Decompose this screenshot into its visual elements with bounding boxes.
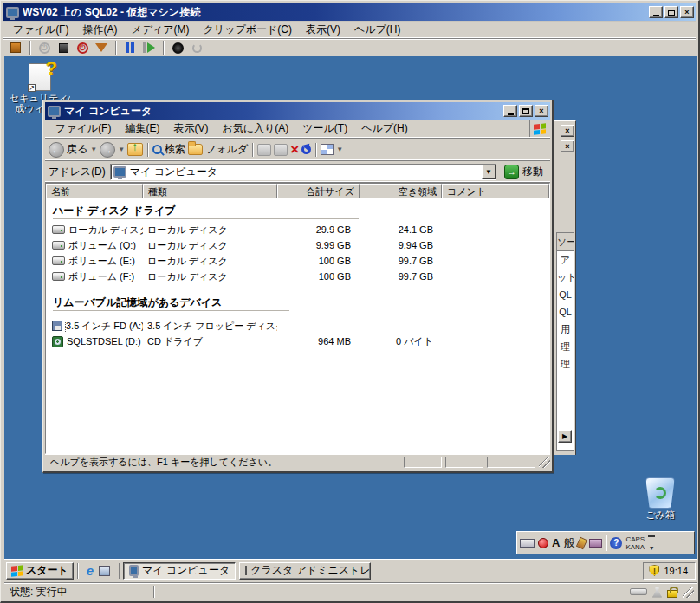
vm-menu-clipboard[interactable]: クリップボード(C) — [198, 21, 298, 39]
copy-to-icon[interactable] — [274, 144, 288, 156]
drive-type: CD ドライブ — [143, 335, 277, 348]
ime-tools-icon[interactable] — [589, 539, 602, 548]
search-icon[interactable] — [152, 145, 162, 154]
save-state-button[interactable] — [94, 41, 108, 55]
drive-name[interactable]: ボリューム (Q:) — [68, 239, 136, 252]
task-button-my-computer[interactable]: マイ コンピュータ — [123, 562, 236, 580]
reset-icon — [143, 42, 155, 53]
langbar-minimize-icon[interactable] — [648, 535, 655, 537]
kana-label[interactable]: KANA — [625, 543, 645, 551]
vm-maximize-button[interactable] — [664, 6, 678, 18]
undo-icon[interactable] — [301, 145, 311, 154]
turn-off-button[interactable] — [56, 41, 70, 55]
back-icon[interactable]: ← — [49, 142, 64, 158]
scroll-right-icon: ▶ — [562, 433, 567, 440]
drive-row-c[interactable]: ローカル ディスク (.. ローカル ディスク 29.9 GB 24.1 GB — [46, 222, 549, 237]
go-button[interactable]: → 移動 — [501, 164, 547, 180]
langbar-options-icon[interactable]: ▼ — [649, 545, 655, 551]
explorer-menu-view[interactable]: 表示(V) — [166, 119, 215, 139]
internet-explorer-icon[interactable]: e — [87, 563, 94, 578]
forward-icon[interactable]: → — [100, 142, 115, 158]
show-desktop-icon[interactable] — [99, 566, 110, 576]
vm-menu-view[interactable]: 表示(V) — [300, 21, 347, 39]
drive-free-space: 0 バイト — [360, 335, 442, 348]
vm-close-button[interactable]: × — [680, 6, 694, 18]
address-input[interactable]: マイ コンピュータ ▼ — [110, 164, 496, 180]
column-header-type[interactable]: 種類 — [143, 184, 277, 198]
tray-clock[interactable]: 19:14 — [664, 566, 688, 576]
drive-name[interactable]: 3.5 インチ FD (A:) — [66, 320, 143, 333]
vm-titlebar[interactable]: WSV02 上の SQL02 - 仮想マシン接続 × — [3, 3, 696, 21]
vm-menu-action[interactable]: 操作(A) — [76, 21, 123, 39]
address-dropdown-button[interactable]: ▼ — [482, 165, 496, 179]
explorer-menu-favorites[interactable]: お気に入り(A) — [215, 119, 295, 139]
explorer-close-button[interactable]: × — [535, 105, 548, 117]
reset-button[interactable] — [142, 41, 156, 55]
keyboard-icon[interactable] — [520, 539, 535, 548]
drive-row-f[interactable]: ボリューム (F:) ローカル ディスク 100 GB 99.7 GB — [46, 269, 549, 284]
drive-row-d[interactable]: SQLSTDSEL (D:) CD ドライブ 964 MB 0 バイト — [46, 334, 549, 349]
drive-name[interactable]: ボリューム (E:) — [68, 255, 135, 268]
folders-button-label[interactable]: フォルダ — [205, 142, 248, 157]
ime-status-icon[interactable] — [538, 538, 548, 548]
vm-minimize-button[interactable] — [649, 6, 663, 18]
security-alert-icon[interactable]: ! — [649, 565, 659, 576]
ctrl-alt-del-button[interactable] — [9, 41, 23, 55]
start-button[interactable]: スタート — [6, 562, 74, 580]
snapshot-icon — [172, 42, 184, 54]
drive-row-a[interactable]: 3.5 インチ FD (A:) 3.5 インチ フロッピー ディスク — [46, 318, 549, 334]
bg-window-close-button[interactable]: × — [561, 125, 574, 137]
vm-menu-file[interactable]: ファイル(F) — [7, 21, 75, 39]
explorer-menu-tools[interactable]: ツール(T) — [295, 119, 354, 139]
vm-menu-media[interactable]: メディア(M) — [125, 21, 195, 39]
delete-icon[interactable]: × — [290, 144, 299, 156]
bg-child-close-button[interactable]: × — [561, 140, 574, 152]
drive-name[interactable]: SQLSTDSEL (D:) — [67, 336, 141, 347]
views-dropdown-icon[interactable]: ▼ — [336, 146, 343, 153]
bg-scroll-right-button[interactable]: ▶ — [558, 430, 572, 443]
column-header-name[interactable]: 名前 — [46, 184, 143, 198]
resize-grip[interactable] — [683, 587, 694, 598]
snapshot-button[interactable] — [171, 41, 185, 55]
column-header-total-size[interactable]: 合計サイズ — [277, 184, 360, 198]
explorer-menu-file[interactable]: ファイル(F) — [49, 119, 118, 139]
vm-menu-help[interactable]: ヘルプ(H) — [348, 21, 407, 39]
task-button-cluster-administrator[interactable]: クラスタ アドミニストレータ -.. — [239, 562, 371, 580]
group-divider — [53, 310, 289, 311]
up-icon[interactable]: ↑ — [127, 143, 143, 156]
drive-row-q[interactable]: ボリューム (Q:) ローカル ディスク 9.99 GB 9.94 GB — [46, 237, 549, 253]
explorer-maximize-button[interactable] — [519, 105, 533, 117]
resize-grip[interactable] — [539, 457, 550, 468]
start-vm-button[interactable]: ⏻ — [37, 41, 51, 55]
column-header-free-space[interactable]: 空き領域 — [360, 184, 442, 198]
guest-desktop[interactable]: ?↗ セキュリティの構 成ウィザ ごみ箱 × × ソー ア ット QL QL 用… — [4, 56, 697, 581]
drive-row-e[interactable]: ボリューム (E:) ローカル ディスク 100 GB 99.7 GB — [46, 253, 549, 269]
drive-name[interactable]: ローカル ディスク (.. — [68, 224, 143, 237]
address-value: マイ コンピュータ — [130, 165, 217, 179]
revert-button[interactable] — [190, 41, 204, 55]
occluded-background-window[interactable]: × × ソー ア ット QL QL 用 理 理 ▶ — [553, 120, 576, 455]
back-dropdown-icon[interactable]: ▼ — [90, 146, 97, 153]
column-header-comments[interactable]: コメント — [442, 184, 549, 198]
caps-label[interactable]: CAPS — [625, 535, 645, 543]
input-mode-alpha[interactable]: A — [552, 536, 560, 549]
explorer-titlebar[interactable]: マイ コンピュータ × — [45, 102, 550, 120]
drive-name[interactable]: ボリューム (F:) — [68, 270, 134, 283]
ime-pad-icon[interactable] — [576, 536, 587, 549]
explorer-menu-edit[interactable]: 編集(E) — [118, 119, 166, 139]
caps-kana-indicator[interactable]: CAPS KANA — [625, 535, 645, 551]
ime-help-icon[interactable]: ? — [610, 537, 622, 549]
shutdown-button[interactable]: ⏻ — [75, 41, 89, 55]
explorer-menu-help[interactable]: ヘルプ(H) — [354, 119, 415, 139]
revert-icon — [192, 43, 202, 53]
desktop-icon-recycle-bin[interactable]: ごみ箱 — [630, 477, 690, 520]
search-button-label[interactable]: 検索 — [165, 142, 185, 157]
conversion-mode-general[interactable]: 般 — [563, 535, 574, 551]
move-to-icon[interactable] — [257, 144, 271, 156]
forward-dropdown-icon[interactable]: ▼ — [118, 146, 125, 153]
views-icon[interactable] — [321, 144, 334, 155]
pause-button[interactable] — [123, 41, 137, 55]
back-button-label[interactable]: 戻る — [67, 142, 88, 157]
explorer-minimize-button[interactable] — [503, 105, 517, 117]
folders-icon[interactable] — [188, 144, 203, 155]
